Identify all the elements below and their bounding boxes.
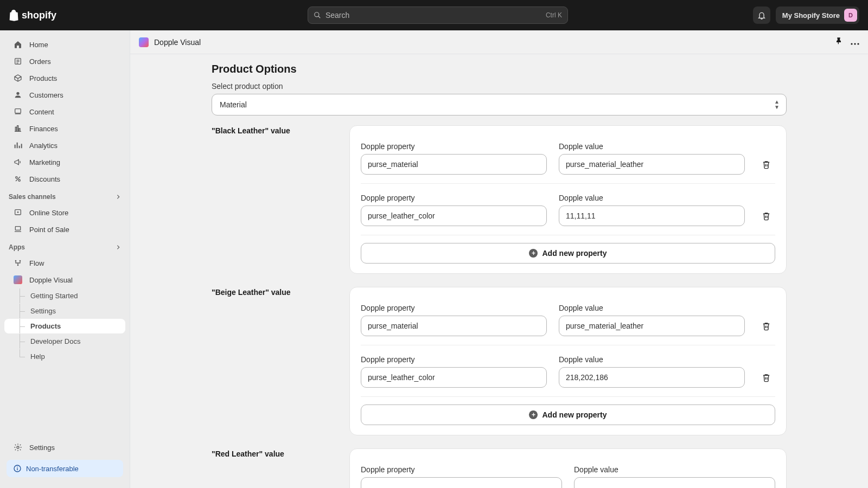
sidebar-subitem-getting-started[interactable]: Getting Started bbox=[4, 288, 125, 303]
sidebar-subitem-settings[interactable]: Settings bbox=[4, 304, 125, 318]
trash-icon bbox=[762, 211, 771, 221]
property-row: Dopple property Dopple value bbox=[361, 297, 775, 345]
brand-logo[interactable]: shopify bbox=[9, 9, 123, 21]
svg-point-8 bbox=[17, 211, 19, 213]
sidebar-subitem-developer-docs[interactable]: Developer Docs bbox=[4, 334, 125, 349]
dopple-value-input[interactable] bbox=[559, 316, 745, 336]
sidebar-item-label: Flow bbox=[29, 259, 44, 267]
shopify-bag-icon bbox=[9, 9, 20, 21]
non-transferable-badge[interactable]: Non-transferable bbox=[7, 460, 123, 477]
value-title: "Black Leather" value bbox=[212, 125, 336, 135]
add-property-button[interactable]: + Add new property bbox=[361, 404, 775, 425]
store-name: My Shopify Store bbox=[782, 11, 840, 20]
more-button[interactable] bbox=[851, 38, 859, 47]
property-label: Dopple property bbox=[361, 355, 547, 364]
dopple-icon bbox=[13, 275, 23, 285]
sidebar-subitem-help[interactable]: Help bbox=[4, 349, 125, 364]
dopple-value-input[interactable] bbox=[559, 367, 745, 388]
dopple-value-input[interactable] bbox=[559, 154, 745, 175]
value-label: Dopple value bbox=[559, 194, 745, 202]
sidebar-item-home[interactable]: Home bbox=[4, 36, 125, 53]
svg-point-5 bbox=[16, 177, 17, 178]
sidebar-section-apps[interactable]: Apps bbox=[0, 238, 130, 254]
svg-line-1 bbox=[318, 16, 321, 18]
value-card: Dopple property Dopple value Dopple prop… bbox=[349, 287, 787, 435]
customers-icon bbox=[13, 90, 23, 100]
search-shortcut: Ctrl K bbox=[546, 11, 562, 19]
value-section: "Black Leather" value Dopple property Do… bbox=[212, 125, 787, 274]
chevron-right-icon bbox=[116, 194, 121, 200]
svg-point-19 bbox=[854, 43, 856, 44]
sidebar-item-label: Developer Docs bbox=[30, 337, 81, 345]
topbar-right: My Shopify Store D bbox=[753, 7, 859, 24]
chevron-right-icon bbox=[116, 245, 121, 250]
analytics-icon bbox=[13, 140, 23, 150]
dopple-property-input[interactable] bbox=[361, 316, 547, 336]
sidebar-item-settings[interactable]: Settings bbox=[4, 439, 125, 455]
sidebar-subitem-products[interactable]: Products bbox=[4, 319, 125, 333]
info-icon bbox=[13, 464, 22, 473]
sidebar-item-label: Online Store bbox=[29, 209, 68, 217]
property-row: Dopple property Dopple value bbox=[361, 136, 775, 183]
badge-label: Non-transferable bbox=[26, 465, 79, 473]
delete-property-button[interactable] bbox=[757, 367, 775, 388]
brand-name: shopify bbox=[22, 10, 56, 21]
property-label: Dopple property bbox=[361, 194, 547, 202]
value-title: "Red Leather" value bbox=[212, 448, 336, 458]
svg-rect-4 bbox=[15, 109, 21, 113]
dopple-property-input[interactable] bbox=[361, 367, 547, 388]
dopple-value-input[interactable] bbox=[574, 477, 775, 488]
sidebar-item-label: Help bbox=[30, 352, 45, 361]
sidebar-item-products[interactable]: Products bbox=[4, 70, 125, 86]
plus-circle-icon: + bbox=[529, 249, 538, 258]
sidebar-item-label: Content bbox=[29, 108, 54, 116]
pin-icon bbox=[834, 37, 843, 46]
value-label: Dopple value bbox=[574, 465, 775, 474]
search-input[interactable]: Search Ctrl K bbox=[308, 7, 568, 24]
sidebar-item-marketing[interactable]: Marketing bbox=[4, 154, 125, 170]
sidebar-item-analytics[interactable]: Analytics bbox=[4, 137, 125, 153]
dopple-property-input[interactable] bbox=[361, 477, 562, 488]
sidebar-item-discounts[interactable]: Discounts bbox=[4, 171, 125, 187]
svg-point-11 bbox=[20, 260, 21, 262]
product-option-select[interactable]: Material ▲▼ bbox=[212, 94, 787, 115]
delete-property-button[interactable] bbox=[757, 154, 775, 175]
sidebar-item-content[interactable]: Content bbox=[4, 104, 125, 120]
bell-icon bbox=[757, 11, 766, 20]
sidebar-item-customers[interactable]: Customers bbox=[4, 87, 125, 103]
products-icon bbox=[13, 73, 23, 83]
sidebar-item-orders[interactable]: Orders bbox=[4, 53, 125, 69]
delete-property-button[interactable] bbox=[757, 316, 775, 336]
delete-property-button[interactable] bbox=[757, 206, 775, 226]
pin-button[interactable] bbox=[834, 37, 843, 47]
sidebar-item-online-store[interactable]: Online Store bbox=[4, 204, 125, 221]
sidebar-item-label: Getting Started bbox=[30, 292, 78, 300]
property-row: Dopple property Dopple value bbox=[361, 183, 775, 235]
trash-icon bbox=[762, 160, 771, 169]
sidebar-item-label: Orders bbox=[29, 57, 51, 66]
add-property-button[interactable]: + Add new property bbox=[361, 243, 775, 264]
add-label: Add new property bbox=[542, 410, 607, 419]
notifications-button[interactable] bbox=[753, 7, 770, 24]
topbar: shopify Search Ctrl K My Shopify Store D bbox=[0, 0, 868, 30]
pos-icon bbox=[13, 224, 23, 234]
online-store-icon bbox=[13, 208, 23, 217]
property-row: Dopple property Dopple value bbox=[361, 459, 775, 488]
property-label: Dopple property bbox=[361, 465, 562, 474]
dopple-value-input[interactable] bbox=[559, 206, 745, 226]
svg-point-17 bbox=[17, 467, 18, 468]
sidebar-item-dopple-visual[interactable]: Dopple Visual bbox=[4, 272, 125, 288]
store-selector[interactable]: My Shopify Store D bbox=[776, 7, 859, 24]
sidebar-section-sales-channels[interactable]: Sales channels bbox=[0, 188, 130, 204]
dopple-property-input[interactable] bbox=[361, 206, 547, 226]
sidebar-item-finances[interactable]: Finances bbox=[4, 120, 125, 137]
sidebar-item-flow[interactable]: Flow bbox=[4, 255, 125, 271]
svg-rect-9 bbox=[15, 227, 20, 230]
main-scroll[interactable]: Product Options Select product option Ma… bbox=[130, 54, 868, 488]
dopple-property-input[interactable] bbox=[361, 154, 547, 175]
sidebar-item-point-of-sale[interactable]: Point of Sale bbox=[4, 221, 125, 237]
value-label: Dopple value bbox=[559, 304, 745, 312]
svg-point-18 bbox=[851, 43, 852, 44]
add-label: Add new property bbox=[542, 249, 607, 258]
property-row: Dopple property Dopple value bbox=[361, 345, 775, 396]
